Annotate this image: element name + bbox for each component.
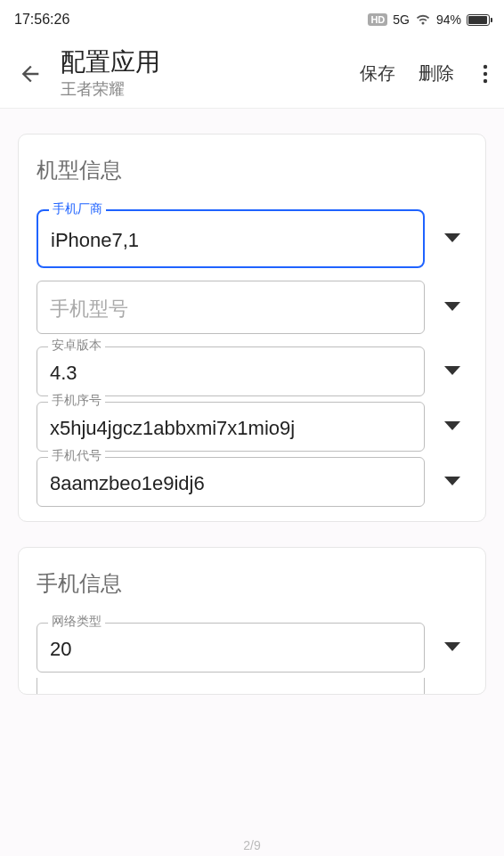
manufacturer-dropdown[interactable] <box>437 233 467 244</box>
serial-value: x5hju4jgcz1abbxmi7x1mio9j <box>50 417 411 440</box>
status-right: HD 5G 94% <box>368 12 490 27</box>
app-bar: 配置应用 王者荣耀 保存 删除 <box>0 39 504 109</box>
battery-percent: 94% <box>436 12 461 27</box>
svg-point-0 <box>484 64 487 68</box>
page-indicator: 2/9 <box>0 838 504 852</box>
android-version-value: 4.3 <box>50 362 411 385</box>
codename-label: 手机代号 <box>48 449 105 461</box>
android-version-dropdown[interactable] <box>437 366 467 377</box>
status-bar: 17:56:26 HD 5G 94% <box>0 0 504 39</box>
serial-dropdown[interactable] <box>437 421 467 432</box>
more-menu-button[interactable] <box>474 58 497 90</box>
network-type-dropdown[interactable] <box>437 642 467 653</box>
network-type-label: 网络类型 <box>48 615 105 627</box>
imei-field[interactable]: 手机IMEI <box>37 678 425 694</box>
network-5g: 5G <box>393 12 410 27</box>
device-info-title: 机型信息 <box>37 156 467 184</box>
phone-info-title: 手机信息 <box>37 569 467 598</box>
manufacturer-value: iPhone7,1 <box>51 229 411 252</box>
svg-point-2 <box>484 78 487 82</box>
android-version-field[interactable]: 安卓版本 4.3 <box>37 346 425 396</box>
status-time: 17:56:26 <box>14 12 69 28</box>
svg-point-1 <box>484 71 487 75</box>
page-title: 配置应用 <box>61 47 356 77</box>
model-placeholder: 手机型号 <box>50 296 128 322</box>
back-button[interactable] <box>18 54 53 94</box>
manufacturer-field[interactable]: 手机厂商 iPhone7,1 <box>37 209 425 268</box>
battery-icon <box>467 14 490 26</box>
delete-button[interactable]: 删除 <box>415 56 458 91</box>
save-button[interactable]: 保存 <box>356 56 399 91</box>
serial-field[interactable]: 手机序号 x5hju4jgcz1abbxmi7x1mio9j <box>37 402 425 452</box>
network-type-field[interactable]: 网络类型 20 <box>37 623 425 673</box>
device-info-card: 机型信息 手机厂商 iPhone7,1 手机型号 <box>18 134 486 522</box>
android-version-label: 安卓版本 <box>48 338 105 351</box>
model-field[interactable]: 手机型号 <box>37 281 425 334</box>
codename-field[interactable]: 手机代号 8aamzbeo1e9idj6 <box>37 457 425 507</box>
model-dropdown[interactable] <box>437 302 467 313</box>
network-type-value: 20 <box>50 638 411 661</box>
phone-info-card: 手机信息 网络类型 20 手机IMEI <box>18 547 486 695</box>
codename-value: 8aamzbeo1e9idj6 <box>50 472 411 495</box>
page-subtitle: 王者荣耀 <box>61 79 356 100</box>
manufacturer-label: 手机厂商 <box>49 202 106 215</box>
wifi-icon <box>415 13 431 26</box>
codename-dropdown[interactable] <box>437 477 467 487</box>
hd-badge: HD <box>368 13 387 26</box>
serial-label: 手机序号 <box>48 394 105 406</box>
